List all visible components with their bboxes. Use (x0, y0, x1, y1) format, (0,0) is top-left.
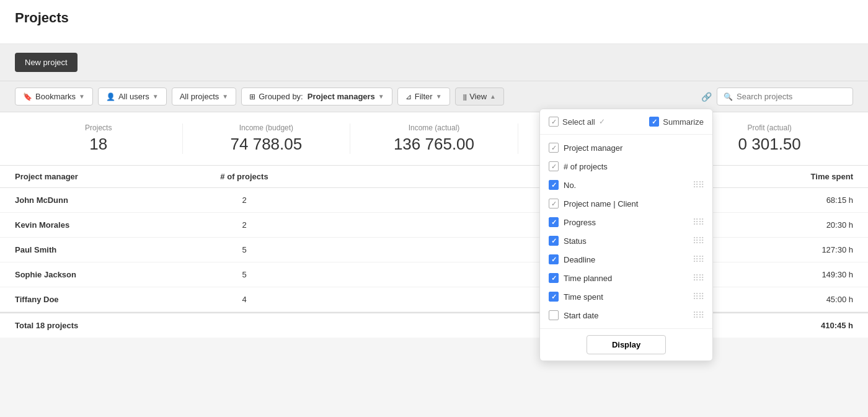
item-label-4: Progress (564, 218, 596, 227)
item-left-0: Project manager (549, 143, 622, 153)
search-box[interactable]: 🔍 (717, 87, 853, 105)
grouped-by-button[interactable]: ⊞ Grouped by: Project managers ▼ (241, 87, 392, 105)
table-body: John McDunn 2 68:15 hKevin Morales 2 20:… (0, 188, 868, 312)
stat-value-2: 136 765.00 (350, 135, 518, 154)
link-icon: 🔗 (701, 92, 712, 102)
summarize-row: Summarize (649, 117, 704, 127)
item-left-4: Progress (549, 217, 596, 227)
table-header: Project manager # of projects Time spent (0, 166, 868, 188)
item-label-0: Project manager (564, 143, 622, 153)
checkbox-7[interactable] (549, 273, 559, 283)
dropdown-item-2[interactable]: No. ⠿⠿ (540, 176, 712, 194)
item-label-5: Status (564, 236, 587, 246)
item-label-8: Time spent (564, 292, 603, 302)
table-row: Kevin Morales 2 20:30 h (0, 213, 868, 238)
checkbox-3[interactable] (549, 199, 559, 208)
item-left-9: Start date (549, 310, 598, 320)
checkbox-0[interactable] (549, 143, 559, 153)
drag-handle-6: ⠿⠿ (693, 254, 704, 264)
filter-button[interactable]: ⊿ Filter ▼ (397, 87, 450, 105)
item-left-1: # of projects (549, 161, 608, 171)
top-header: Projects (0, 0, 868, 44)
stats-row: Projects 18Income (budget) 74 788.05Inco… (0, 112, 868, 166)
stat-item-0: Projects 18 (15, 123, 183, 154)
search-icon: 🔍 (724, 92, 733, 101)
search-input[interactable] (737, 92, 846, 101)
dropdown-item-4[interactable]: Progress ⠿⠿ (540, 213, 712, 231)
row-manager-3: Sophie Jackson (15, 270, 176, 279)
total-time: 410:45 h (176, 321, 853, 330)
all-users-label: All users (118, 92, 149, 101)
dropdown-item-7[interactable]: Time planned ⠿⠿ (540, 269, 712, 287)
group-icon: ⊞ (249, 92, 255, 101)
checkbox-9[interactable] (549, 310, 559, 320)
bookmarks-chevron: ▼ (79, 93, 85, 100)
dropdown-item-6[interactable]: Deadline ⠿⠿ (540, 250, 712, 269)
stat-value-1: 74 788.05 (183, 135, 350, 154)
row-projects-4: 4 (176, 295, 312, 304)
drag-handle-4: ⠿⠿ (693, 217, 704, 227)
grouped-by-label: Grouped by: (259, 92, 303, 101)
checkbox-8[interactable] (549, 292, 559, 302)
all-users-chevron: ▼ (153, 93, 159, 100)
item-label-2: No. (564, 181, 576, 190)
stat-label-0: Projects (15, 123, 182, 132)
view-button[interactable]: ||| View ▲ (455, 87, 504, 105)
filter-chevron: ▼ (436, 93, 442, 100)
dropdown-item-5[interactable]: Status ⠿⠿ (540, 231, 712, 250)
item-label-7: Time planned (564, 274, 612, 283)
dropdown-item-3[interactable]: Project name | Client (540, 194, 712, 213)
row-manager-2: Paul Smith (15, 245, 176, 254)
row-projects-3: 5 (176, 270, 312, 279)
stat-label-2: Income (actual) (350, 123, 518, 132)
dropdown-item-9[interactable]: Start date ⠿⠿ (540, 306, 712, 325)
item-label-1: # of projects (564, 162, 608, 171)
view-label: View (469, 92, 487, 101)
row-projects-1: 2 (176, 220, 312, 230)
col-header-projects: # of projects (176, 172, 312, 181)
select-all-checkbox[interactable] (549, 117, 559, 127)
table-area: Project manager # of projects Time spent… (0, 166, 868, 338)
row-projects-0: 2 (176, 195, 312, 205)
stat-value-0: 18 (15, 135, 182, 154)
summarize-label: Summarize (663, 117, 704, 127)
checkbox-4[interactable] (549, 217, 559, 227)
new-project-row: New project (0, 44, 868, 81)
grouped-by-value: Project managers (308, 92, 375, 101)
dropdown-item-0[interactable]: Project manager (540, 138, 712, 157)
table-row: John McDunn 2 68:15 h (0, 188, 868, 213)
drag-handle-5: ⠿⠿ (693, 236, 704, 246)
grouped-by-chevron: ▼ (378, 93, 384, 100)
dropdown-item-1[interactable]: # of projects (540, 157, 712, 176)
summarize-checkbox[interactable] (649, 117, 659, 127)
bookmarks-button[interactable]: 🔖 Bookmarks ▼ (15, 87, 93, 105)
row-projects-2: 5 (176, 245, 312, 254)
total-label: Total 18 projects (15, 321, 176, 330)
dropdown-footer: Display (540, 328, 712, 338)
row-manager-1: Kevin Morales (15, 220, 176, 230)
item-left-2: No. (549, 180, 576, 190)
all-projects-label: All projects (180, 92, 219, 101)
all-projects-chevron: ▼ (222, 93, 228, 100)
dropdown-items: Project manager # of projects No. ⠿⠿ Pro… (540, 135, 712, 328)
item-label-3: Project name | Client (564, 199, 638, 208)
all-projects-button[interactable]: All projects ▼ (172, 87, 236, 105)
toolbar: 🔖 Bookmarks ▼ 👤 All users ▼ All projects… (0, 81, 868, 112)
item-left-8: Time spent (549, 292, 603, 302)
new-project-button[interactable]: New project (15, 53, 78, 72)
filter-icon: ⊿ (405, 92, 412, 101)
bookmark-icon: 🔖 (23, 92, 32, 101)
dropdown-item-8[interactable]: Time spent ⠿⠿ (540, 287, 712, 306)
row-manager-4: Tiffany Doe (15, 295, 176, 304)
checkbox-5[interactable] (549, 236, 559, 246)
item-left-5: Status (549, 236, 587, 246)
select-all-checkmark: ✓ (599, 117, 605, 126)
display-button[interactable]: Display (587, 335, 666, 338)
all-users-button[interactable]: 👤 All users ▼ (98, 87, 167, 105)
checkbox-2[interactable] (549, 180, 559, 190)
select-all-row: Select all ✓ (549, 117, 605, 127)
checkbox-6[interactable] (549, 254, 559, 264)
user-icon: 👤 (106, 92, 115, 101)
checkbox-1[interactable] (549, 161, 559, 171)
item-left-7: Time planned (549, 273, 612, 283)
